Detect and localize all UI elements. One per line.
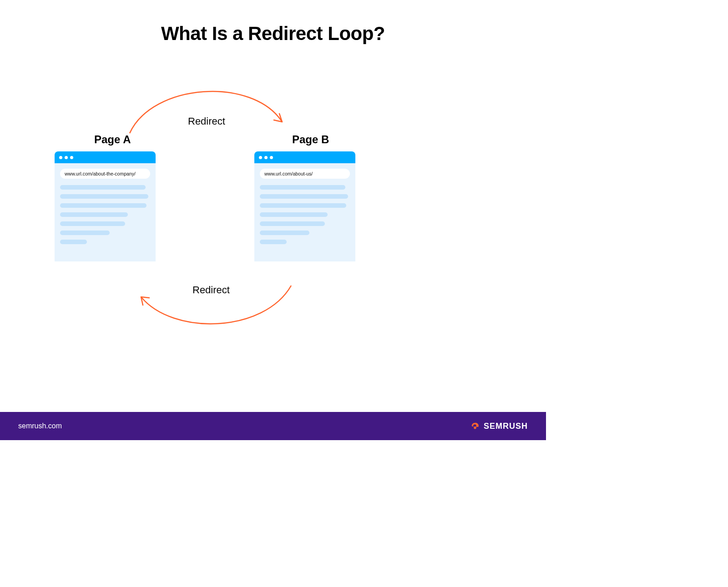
url-bar-b: www.url.com/about-us/: [260, 169, 350, 179]
svg-point-0: [474, 426, 476, 429]
browser-content-placeholder: [55, 185, 156, 261]
redirect-arrow-top: [116, 79, 298, 138]
diagram-container: Page A Page B Redirect www.url.com/about…: [0, 54, 546, 372]
browser-window-b: www.url.com/about-us/: [254, 151, 355, 261]
window-dot-icon: [70, 156, 73, 159]
browser-titlebar: [254, 151, 355, 163]
browser-titlebar: [55, 151, 156, 163]
redirect-label-bottom: Redirect: [192, 284, 230, 296]
browser-content-placeholder: [254, 185, 355, 261]
footer: semrush.com SEMRUSH: [0, 412, 546, 440]
browser-window-a: www.url.com/about-the-company/: [55, 151, 156, 261]
window-dot-icon: [264, 156, 268, 159]
window-dot-icon: [59, 156, 62, 159]
footer-domain: semrush.com: [18, 422, 62, 430]
window-dot-icon: [270, 156, 273, 159]
diagram-title: What Is a Redirect Loop?: [0, 0, 546, 45]
page-b-label: Page B: [292, 133, 329, 146]
window-dot-icon: [259, 156, 262, 159]
window-dot-icon: [65, 156, 68, 159]
semrush-logo-icon: [470, 421, 480, 431]
footer-brand-text: SEMRUSH: [484, 421, 528, 431]
redirect-label-top: Redirect: [188, 115, 225, 127]
page-a-label: Page A: [94, 133, 131, 146]
url-bar-a: www.url.com/about-the-company/: [60, 169, 150, 179]
footer-brand: SEMRUSH: [470, 421, 528, 431]
